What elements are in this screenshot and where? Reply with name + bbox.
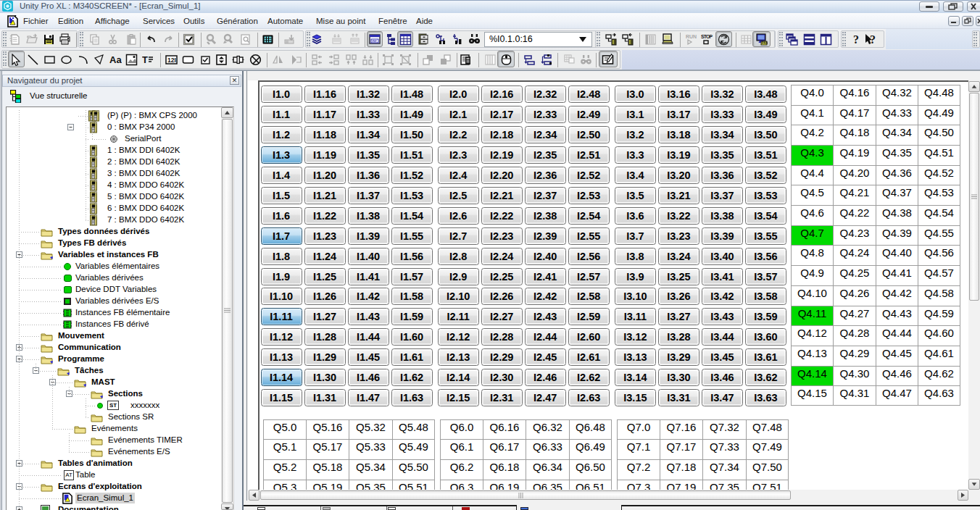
svg-text:12I: 12I: [167, 57, 176, 64]
svg-text:RUN: RUN: [686, 34, 697, 39]
svg-text:?: ?: [870, 33, 876, 46]
svg-text:STOP: STOP: [701, 34, 713, 39]
svg-text:Aa: Aa: [109, 54, 122, 65]
svg-text:T: T: [142, 54, 148, 65]
svg-text:PAN: PAN: [762, 41, 768, 45]
svg-text:?: ?: [853, 33, 859, 46]
